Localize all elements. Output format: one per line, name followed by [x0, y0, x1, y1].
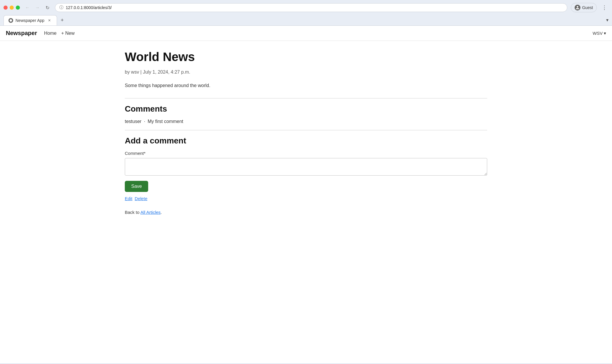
user-menu-button[interactable]: WSV ▾: [593, 31, 606, 36]
new-tab-button[interactable]: +: [58, 16, 66, 25]
maximize-traffic-light[interactable]: [16, 6, 20, 10]
comment-item: testuser · My first comment: [125, 119, 487, 124]
comment-label: Comment*: [125, 151, 487, 156]
article-title: World News: [125, 50, 487, 64]
comment-dot: ·: [144, 119, 146, 124]
add-comment-title: Add a comment: [125, 136, 487, 145]
article-body: Some things happened around the world.: [125, 82, 487, 89]
tab-favicon: [8, 18, 13, 23]
comment-textarea[interactable]: [125, 158, 487, 176]
comments-list: testuser · My first comment: [125, 119, 487, 124]
article-divider: [125, 98, 487, 98]
active-tab[interactable]: Newspaper App ✕: [4, 15, 57, 25]
main-content: World News by wsv | July 1, 2024, 4:27 p…: [113, 41, 499, 232]
home-nav-link[interactable]: Home: [44, 31, 57, 36]
traffic-lights: [4, 6, 20, 10]
tab-close-button[interactable]: ✕: [47, 18, 52, 23]
edit-button[interactable]: Edit: [125, 196, 132, 201]
save-button[interactable]: Save: [125, 181, 148, 192]
comment-author: testuser: [125, 119, 141, 124]
tab-end: ▾: [606, 17, 608, 23]
user-label: Guest: [582, 5, 593, 10]
address-bar[interactable]: ⓘ 127.0.0.1:8000/articles/3/: [55, 3, 567, 12]
tab-title: Newspaper App: [15, 18, 44, 23]
user-menu-arrow: ▾: [604, 31, 606, 36]
delete-button[interactable]: Delete: [135, 196, 147, 201]
back-text: Back to All Articles.: [125, 210, 487, 215]
forward-button[interactable]: →: [33, 4, 42, 12]
app-navbar: Newspaper Home + New WSV ▾: [0, 26, 612, 41]
address-info-icon: ⓘ: [59, 5, 63, 10]
tab-bar: Newspaper App ✕ + ▾: [4, 15, 608, 25]
back-prefix: Back to: [125, 210, 140, 215]
back-button[interactable]: ←: [23, 4, 32, 12]
browser-menu-button[interactable]: ⋮: [600, 4, 608, 12]
user-avatar-icon: [575, 5, 580, 11]
browser-chrome: ← → ↻ ⓘ 127.0.0.1:8000/articles/3/ Guest…: [0, 0, 612, 26]
comment-text: My first comment: [148, 119, 183, 124]
user-profile-button[interactable]: Guest: [571, 3, 597, 12]
app-wrapper: Newspaper Home + New WSV ▾ World News by…: [0, 26, 612, 363]
back-suffix: .: [161, 210, 162, 215]
browser-top-bar: ← → ↻ ⓘ 127.0.0.1:8000/articles/3/ Guest…: [4, 3, 608, 12]
all-articles-link[interactable]: All Articles: [140, 210, 160, 215]
minimize-traffic-light[interactable]: [10, 6, 14, 10]
comments-section-title: Comments: [125, 104, 487, 114]
app-brand-link[interactable]: Newspaper: [6, 30, 37, 37]
svg-point-0: [10, 19, 12, 22]
comment-form: Comment* Save: [125, 151, 487, 196]
reload-button[interactable]: ↻: [43, 4, 51, 12]
url-text: 127.0.0.1:8000/articles/3/: [66, 5, 563, 10]
article-meta: by wsv | July 1, 2024, 4:27 p.m.: [125, 70, 487, 75]
new-nav-link[interactable]: + New: [61, 31, 75, 36]
tabs-dropdown-button[interactable]: ▾: [606, 17, 608, 23]
edit-delete-links: Edit Delete: [125, 196, 487, 201]
close-traffic-light[interactable]: [4, 6, 8, 10]
user-menu-label: WSV: [593, 31, 603, 36]
comments-divider: [125, 130, 487, 130]
nav-buttons: ← → ↻: [23, 4, 51, 12]
